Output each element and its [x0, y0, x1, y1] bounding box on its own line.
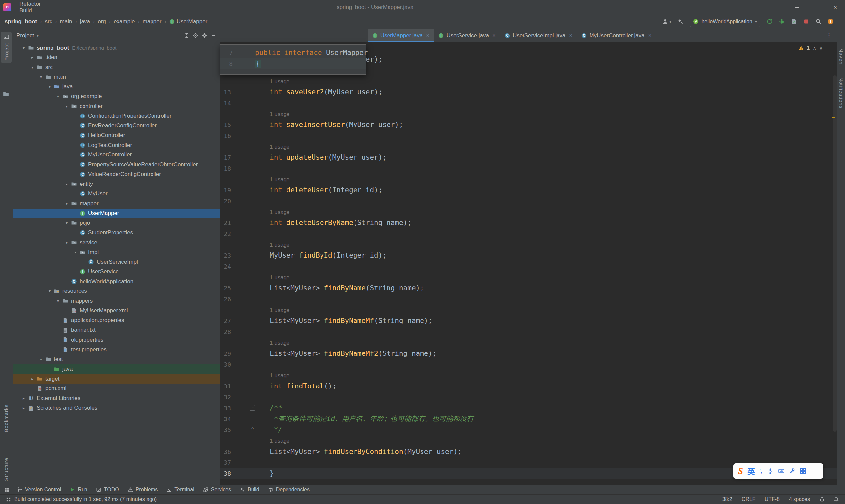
tree-item-EnvReaderConfigController[interactable]: CEnvReaderConfigController [13, 121, 220, 131]
rerun-button[interactable] [767, 18, 773, 25]
chevron-expanded-icon[interactable]: ▾ [29, 65, 36, 70]
line-number[interactable]: 32 [220, 392, 231, 403]
usages-hint[interactable]: 1 usage [270, 174, 290, 185]
tree-item-Impl[interactable]: ▾Impl [13, 248, 220, 257]
toolwindow-button-terminal[interactable]: Terminal [162, 485, 198, 494]
breadcrumb-item-org[interactable]: org [98, 18, 106, 25]
tree-item-Scratches-and-Consoles[interactable]: ▸Scratches and Consoles [13, 403, 220, 413]
notifications-bell-icon[interactable] [834, 497, 839, 502]
breadcrumb-item-src[interactable]: src [45, 18, 53, 25]
breadcrumb-item-java[interactable]: java [80, 18, 90, 25]
tree-item-UserService[interactable]: IUserService [13, 267, 220, 277]
tree-item-helloWorldApplication[interactable]: ChelloWorldApplication [13, 276, 220, 287]
tab-UserService.java[interactable]: IUserService.java× [434, 29, 500, 42]
toolwindow-button-todo[interactable]: TODO [92, 485, 123, 494]
caret-position-widget[interactable]: 38:2 [722, 497, 733, 502]
line-number[interactable]: 36 [220, 446, 231, 457]
run-with-coverage-button[interactable] [791, 18, 797, 25]
tool-windows-grid-icon[interactable] [4, 487, 10, 493]
line-number[interactable]: 35 [220, 425, 231, 435]
line-number[interactable]: 13 [220, 87, 231, 98]
toolwindow-button-problems[interactable]: Problems [123, 485, 162, 494]
run-configuration-combo[interactable]: helloWorldApplication▾ [689, 17, 760, 27]
breadcrumb-item-mapper[interactable]: mapper [143, 18, 162, 25]
ime-grid-icon[interactable] [800, 468, 806, 474]
tree-item-spring_boot[interactable]: ▾spring_bootE:\learn\spring_boot [13, 43, 220, 53]
breadcrumb-item-UserMapper[interactable]: IUserMapper [169, 18, 208, 25]
tree-item-mappers[interactable]: ▾mappers [13, 296, 220, 306]
toolwindow-button-build[interactable]: Build [235, 485, 264, 494]
tree-item-HelloController[interactable]: CHelloController [13, 131, 220, 141]
encoding-widget[interactable]: UTF-8 [765, 497, 780, 502]
tree-item-java[interactable]: ▾java [13, 82, 220, 92]
tree-item-service[interactable]: ▾service [13, 238, 220, 248]
tree-item-MyUserMapper.xml[interactable]: </>MyUserMapper.xml [13, 306, 220, 316]
close-button[interactable]: × [826, 0, 845, 15]
line-number[interactable]: 25 [220, 283, 231, 294]
prev-problem-icon[interactable]: ∧ [813, 45, 816, 51]
locate-file-icon[interactable] [193, 33, 198, 38]
maximize-button[interactable] [807, 0, 826, 15]
ime-language-mode[interactable]: 英 [747, 465, 755, 476]
usages-hint[interactable]: 1 usage [270, 76, 290, 87]
tree-item-MyUserController[interactable]: CMyUserController [13, 150, 220, 160]
chevron-expanded-icon[interactable]: ▾ [64, 201, 70, 206]
minimize-button[interactable] [788, 0, 807, 15]
menu-build[interactable]: Build [15, 7, 46, 14]
stop-button[interactable] [803, 18, 809, 25]
tree-item-UserServiceImpl[interactable]: CUserServiceImpl [13, 257, 220, 267]
tool-stripe-bookmarks[interactable]: Bookmarks [3, 404, 9, 432]
chevron-collapsed-icon[interactable]: ▸ [29, 55, 36, 60]
tree-item-ValueReaderConfigController[interactable]: CValueReaderConfigController [13, 170, 220, 180]
tree-item-StudentProperties[interactable]: CStudentProperties [13, 228, 220, 238]
tree-item-entity[interactable]: ▾entity [13, 179, 220, 189]
error-stripe-mark[interactable] [832, 116, 835, 118]
line-number[interactable]: 34 [220, 414, 231, 425]
line-number[interactable]: 22 [220, 229, 231, 239]
line-number[interactable]: 31 [220, 381, 231, 392]
editor-code[interactable]: 1 usage11void saveUser(MyUser user);121 … [220, 42, 837, 485]
line-number[interactable]: 15 [220, 120, 231, 130]
sogou-logo-icon[interactable]: S [738, 466, 743, 476]
chevron-expanded-icon[interactable]: ▾ [38, 357, 44, 362]
build-project-button[interactable] [677, 18, 684, 25]
tool-stripe-project[interactable]: Project [1, 32, 12, 63]
breadcrumb-item-example[interactable]: example [113, 18, 135, 25]
toolwindow-button-run[interactable]: Run [65, 485, 91, 494]
line-number[interactable]: 18 [220, 163, 231, 174]
tree-item-ok.properties[interactable]: ok.properties [13, 335, 220, 345]
chevron-expanded-icon[interactable]: ▾ [38, 75, 44, 79]
tool-stripe-structure[interactable]: Structure [3, 458, 9, 481]
line-number[interactable]: 21 [220, 217, 231, 229]
line-number[interactable]: 28 [220, 326, 231, 337]
breadcrumb-item-main[interactable]: main [60, 18, 72, 25]
tree-item-pom.xml[interactable]: mpom.xml [13, 384, 220, 394]
chevron-expanded-icon[interactable]: ▾ [64, 240, 70, 245]
chevron-expanded-icon[interactable]: ▾ [20, 46, 27, 50]
toolwindow-button-dependencies[interactable]: Dependencies [264, 485, 314, 494]
chevron-expanded-icon[interactable]: ▾ [46, 85, 53, 89]
line-number[interactable]: 19 [220, 185, 231, 196]
line-number[interactable]: 29 [220, 348, 231, 359]
line-number[interactable]: 16 [220, 130, 231, 141]
usages-hint[interactable]: 1 usage [270, 435, 290, 446]
line-number[interactable]: 33 [220, 403, 231, 414]
tab-UserServiceImpl.java[interactable]: CUserServiceImpl.java× [500, 29, 577, 42]
tree-item-PropertySourceValueReaderOhterController[interactable]: CPropertySourceValueReaderOhterControlle… [13, 160, 220, 170]
tree-item-banner.txt[interactable]: banner.txt [13, 325, 220, 335]
tree-item-MyUser[interactable]: CMyUser [13, 189, 220, 199]
tree-item-pojo[interactable]: ▾pojo [13, 218, 220, 228]
next-problem-icon[interactable]: ∨ [819, 45, 823, 51]
tree-item-test[interactable]: ▾test [13, 355, 220, 364]
project-panel-title[interactable]: Project [17, 32, 34, 39]
tab-MyUserController.java[interactable]: CMyUserController.java× [577, 29, 656, 42]
usages-hint[interactable]: 1 usage [270, 141, 290, 152]
chevron-expanded-icon[interactable]: ▾ [64, 221, 70, 226]
line-number[interactable]: 14 [220, 98, 231, 109]
usages-hint[interactable]: 1 usage [270, 272, 290, 283]
line-number[interactable]: 23 [220, 250, 231, 261]
tree-item-resources[interactable]: ▾resources [13, 287, 220, 296]
soft-keyboard-icon[interactable] [778, 468, 785, 474]
tree-item-target[interactable]: ▸target [13, 374, 220, 384]
chevron-down-icon[interactable]: ▾ [37, 33, 39, 38]
